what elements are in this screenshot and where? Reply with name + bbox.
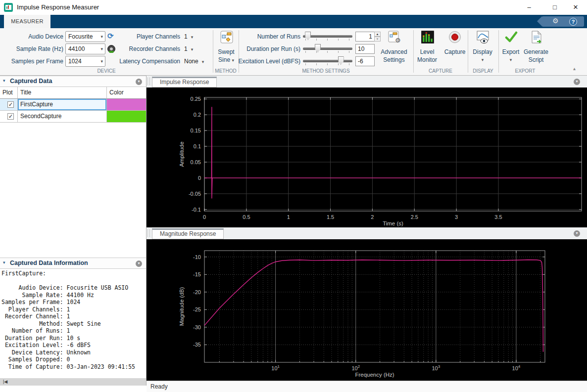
recorder-channels-dropdown[interactable]: 1▾	[184, 44, 193, 54]
toolstrip: Audio Device Focusrite ...▾ Sample Rate …	[0, 28, 587, 76]
chevron-down-icon: ▾	[100, 56, 103, 66]
latency-compensation-dropdown[interactable]: None▾	[184, 56, 204, 67]
close-icon[interactable]: ✕	[564, 0, 587, 15]
panel-menu-icon[interactable]: ▾	[574, 79, 580, 85]
window-title: Impulse Response Measurer	[17, 3, 99, 11]
help-icon[interactable]: ?	[569, 18, 577, 26]
capture-color-swatch[interactable]	[107, 111, 146, 123]
method-settings-section-label: METHOD SETTINGS	[239, 68, 413, 74]
magnitude-tabbar: Magnitude Response ▾	[147, 227, 587, 239]
captured-info-text: FirstCapture: Audio Device: Focusrite US…	[1, 270, 135, 370]
capture-section-label: CAPTURE	[413, 68, 468, 74]
number-of-runs-slider[interactable]	[303, 31, 352, 42]
maximize-icon[interactable]: □	[543, 0, 566, 15]
export-section-label: EXPORT	[498, 68, 552, 74]
svg-text:101: 101	[271, 364, 280, 371]
svg-text:1: 1	[287, 214, 290, 220]
latency-compensation-label: Latency Compensation	[108, 56, 180, 67]
tab-measurer[interactable]: MEASURER	[4, 15, 50, 28]
tab-impulse-response[interactable]: Impulse Response	[152, 77, 217, 87]
status-bar: Ready	[147, 381, 587, 392]
svg-text:0.2: 0.2	[194, 112, 201, 118]
sample-rate-dropdown[interactable]: 44100▾	[65, 44, 105, 54]
captured-data-title: Captured Data	[10, 78, 52, 85]
excitation-level-slider[interactable]	[303, 56, 352, 67]
captured-info-header[interactable]: ▾ Captured Data Information ▾	[0, 258, 146, 269]
level-monitor-icon	[421, 31, 434, 44]
plot-checkbox[interactable]: ✓	[7, 101, 14, 108]
panel-menu-icon[interactable]: ▾	[136, 79, 142, 85]
svg-text:0.1: 0.1	[194, 143, 201, 149]
samples-per-frame-label: Samples per Frame	[0, 56, 63, 67]
svg-text:0: 0	[203, 214, 206, 220]
impulse-tabbar: Impulse Response ▾	[147, 76, 587, 87]
settings-gear-icon[interactable]: ⚙	[552, 17, 559, 25]
number-of-runs-value[interactable]: 1	[355, 32, 375, 42]
player-channels-dropdown[interactable]: 1▾	[184, 31, 193, 42]
duration-per-run-slider[interactable]	[303, 44, 352, 54]
generate-script-icon	[530, 31, 543, 44]
player-channels-label: Player Channels	[108, 31, 180, 42]
svg-text:-0.05: -0.05	[189, 191, 201, 197]
duration-per-run-value[interactable]: 10	[355, 44, 375, 54]
impulse-response-chart: 00.511.522.533.5-0.1-0.0500.050.10.150.2…	[147, 87, 587, 227]
column-header-title: Title	[18, 87, 107, 99]
capture-color-swatch[interactable]	[107, 99, 146, 111]
svg-text:103: 103	[432, 364, 440, 371]
drag-grip-icon[interactable]	[147, 229, 150, 237]
ribbon-collapse-icon[interactable]: ▴	[573, 66, 576, 71]
samples-per-frame-dropdown[interactable]: 1024▾	[65, 56, 105, 67]
svg-text:0.05: 0.05	[191, 159, 201, 165]
tab-magnitude-response[interactable]: Magnitude Response	[152, 228, 224, 239]
display-icon	[477, 31, 489, 44]
recorder-channels-label: Recorder Channels	[108, 44, 180, 54]
quick-access-bar: ⚙ ?	[541, 16, 584, 27]
panel-menu-icon[interactable]: ▾	[136, 261, 142, 267]
svg-text:⚙: ⚙	[395, 37, 401, 44]
collapse-triangle-icon[interactable]: ▾	[3, 260, 5, 265]
excitation-level-label: Excitation Level (dBFS)	[225, 56, 300, 67]
plot-checkbox[interactable]: ✓	[7, 113, 14, 120]
record-icon	[449, 31, 461, 43]
table-row-plot-cell: ✓	[0, 111, 18, 123]
chevron-down-icon: ▾	[469, 56, 496, 64]
svg-text:102: 102	[351, 364, 360, 371]
captured-data-header[interactable]: ▾ Captured Data ▾	[0, 76, 146, 87]
minimize-icon[interactable]: –	[518, 0, 540, 15]
audio-device-dropdown[interactable]: Focusrite ...▾	[65, 31, 105, 42]
device-section-label: DEVICE	[0, 68, 213, 74]
svg-text:2.5: 2.5	[411, 214, 418, 220]
svg-text:-35: -35	[193, 342, 201, 348]
chevron-down-icon: ▾	[100, 44, 103, 54]
app-window: Impulse Response Measurer – □ ✕ MEASURER…	[0, 0, 587, 392]
chevron-down-icon: ▾	[191, 35, 194, 40]
export-check-icon	[505, 31, 518, 44]
svg-text:-30: -30	[193, 324, 201, 330]
collapse-left-icon: |◀	[3, 379, 7, 384]
display-section-label: DISPLAY	[468, 68, 498, 74]
svg-text:0.15: 0.15	[191, 128, 201, 133]
impulse-plot-canvas: 00.511.522.533.5-0.1-0.0500.050.10.150.2…	[147, 87, 587, 227]
column-header-plot: Plot	[0, 87, 18, 99]
svg-text:-0.1: -0.1	[192, 207, 201, 213]
panel-collapse-bar[interactable]: |◀	[0, 378, 146, 386]
audio-device-label: Audio Device	[0, 31, 63, 42]
capture-title-cell[interactable]: FirstCapture	[18, 99, 107, 111]
sample-rate-label: Sample Rate (Hz)	[0, 44, 63, 54]
collapse-triangle-icon[interactable]: ▾	[3, 78, 5, 83]
capture-title-cell[interactable]: SecondCapture	[18, 111, 107, 123]
svg-text:1.5: 1.5	[327, 214, 334, 220]
duration-per-run-label: Duration per Run (s)	[225, 44, 300, 54]
svg-text:0: 0	[198, 175, 201, 181]
svg-text:3: 3	[455, 214, 458, 220]
svg-text:Frequency (Hz): Frequency (Hz)	[355, 372, 394, 378]
svg-text:Amplitude: Amplitude	[179, 141, 185, 167]
chevron-down-icon: ▾	[500, 56, 522, 64]
excitation-level-value[interactable]: -6	[355, 56, 375, 66]
svg-text:-25: -25	[193, 306, 201, 312]
chevron-down-icon: ▾	[202, 59, 204, 64]
svg-text:Magnitude (dB): Magnitude (dB)	[179, 287, 185, 326]
drag-grip-icon[interactable]	[147, 78, 150, 85]
panel-menu-icon[interactable]: ▾	[574, 230, 580, 237]
number-of-runs-label: Number of Runs	[225, 31, 300, 42]
